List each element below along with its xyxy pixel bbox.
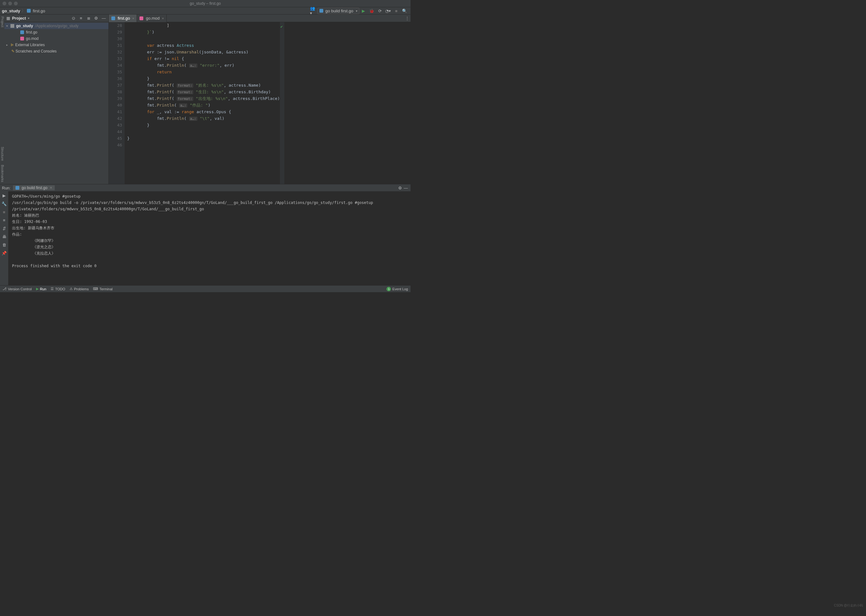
coverage-icon[interactable]: ⟳ [377,8,383,14]
tree-root[interactable]: ▾ go_study /Applications/go/go_study [5,23,108,29]
warning-icon: ⚠ [69,287,73,291]
close-icon[interactable]: × [162,16,164,20]
pin-icon[interactable]: 📌 [1,250,7,256]
run-tool-window: Run: go build first.go × ⚙ — ▶ 🔧 ■ ≡ ⇵ 🖶… [0,184,410,285]
status-vcs[interactable]: ⎇Version Control [3,287,31,291]
tree-file-label: first.go [26,30,37,35]
tool-project-label[interactable]: Project [0,14,5,29]
print-icon[interactable]: 🖶 [1,234,7,239]
search-icon[interactable]: 🔍 [401,8,408,14]
terminal-icon: ⌨ [93,287,98,291]
tab-label: first.go [118,16,130,20]
tree-file-gomod[interactable]: go.mod [5,35,108,42]
project-view-icon: ▦ [6,16,10,20]
go-file-icon [16,186,19,190]
users-icon[interactable]: 👥▾ [310,8,316,14]
project-title[interactable]: Project [12,16,26,20]
code-content[interactable]: ] }`) var actress Actress err := json.Un… [125,22,280,184]
console-output[interactable]: GOPATH=/Users/ming/go #gosetup /usr/loca… [8,191,410,285]
tab-label: go.mod [146,16,159,20]
delete-icon[interactable]: 🗑 [1,242,7,248]
editor-tabs: first.go × go.mod × ⋮ [109,14,410,22]
go-file-icon [319,9,323,13]
window-controls[interactable] [3,2,18,5]
breadcrumb-file[interactable]: first.go [33,9,45,13]
maximize-dot[interactable] [14,2,18,5]
tab-go-mod[interactable]: go.mod × [137,14,167,22]
status-bar: ⎇Version Control ▶Run ☰TODO ⚠Problems ⌨T… [0,285,410,292]
branch-icon: ⎇ [3,287,7,291]
navigation-bar: go_study 〉 first.go 👥▾ go build first.go… [0,7,410,14]
left-toolwindow-bar: Project Structure Bookmarks [0,14,5,184]
tab-first-go[interactable]: first.go × [109,14,137,22]
tree-file-label: go.mod [26,36,39,41]
gear-icon[interactable]: ⚙ [397,185,403,191]
target-icon[interactable]: ⊙ [71,16,76,21]
status-problems[interactable]: ⚠Problems [69,287,88,291]
project-dropdown-icon[interactable]: ▾ [28,16,30,20]
tree-scratches[interactable]: ✎ Scratches and Consoles [5,48,108,54]
run-icon: ▶ [36,287,39,291]
mod-file-icon [140,16,143,20]
inspection-ok-icon[interactable]: ✔ [280,22,284,31]
run-tab-label: go build first.go [22,185,47,190]
stop-icon[interactable]: ■ [1,209,7,215]
hide-icon[interactable]: — [101,16,107,21]
mod-file-icon [20,37,24,41]
tool-structure-label[interactable]: Structure [0,145,5,163]
tree-root-name: go_study [16,24,33,28]
run-config-select[interactable]: go build first.go [317,8,359,14]
expand-icon[interactable]: ≡ [78,16,84,21]
event-badge: 1 [387,287,391,291]
titlebar: go_study – first.go [0,0,410,7]
breadcrumb-sep: 〉 [22,8,26,14]
run-config-label: go build first.go [325,9,353,13]
collapse-icon[interactable]: ≣ [86,16,91,21]
library-icon: ⫸ [11,43,14,47]
profile-icon[interactable]: ◔▾ [385,8,391,14]
folder-icon [11,24,14,28]
run-toolbar: ▶ 🔧 ■ ≡ ⇵ 🖶 🗑 📌 [0,191,8,285]
line-gutter[interactable]: 28293031323334353637383940414243444546 [109,22,125,184]
tree-ext-libs[interactable]: ▸ ⫸ External Libraries [5,42,108,48]
debug-icon[interactable]: 🐞 [368,8,375,14]
tools-icon[interactable]: 🔧 [1,201,7,206]
gear-icon[interactable]: ⚙ [93,16,99,21]
project-tool-window: ▦ Project ▾ ⊙ ≡ ≣ ⚙ — ▾ go_study /Applic… [5,14,109,184]
project-tree[interactable]: ▾ go_study /Applications/go/go_study fir… [5,22,108,184]
window-title: go_study – first.go [190,1,221,6]
close-icon[interactable]: × [50,185,52,190]
tree-file-first[interactable]: first.go [5,29,108,35]
layout-icon[interactable]: ≡ [1,217,7,223]
stop-icon[interactable]: ■ [393,8,399,14]
go-file-icon [20,30,24,34]
chevron-right-icon[interactable]: ▸ [6,43,9,47]
rerun-icon[interactable]: ▶ [1,193,7,198]
todo-icon: ☰ [50,287,54,291]
hide-icon[interactable]: — [403,185,409,191]
run-tab[interactable]: go build first.go × [13,185,54,190]
status-terminal[interactable]: ⌨Terminal [93,287,113,291]
run-icon[interactable]: ▶ [360,8,366,14]
editor-area: first.go × go.mod × ⋮ 282930313233343536… [109,14,410,184]
status-todo[interactable]: ☰TODO [50,287,65,291]
scratches-label: Scratches and Consoles [16,49,57,53]
status-run[interactable]: ▶Run [36,287,46,291]
tool-bookmarks-label[interactable]: Bookmarks [0,163,5,184]
chevron-down-icon[interactable]: ▾ [6,24,9,28]
tree-root-path: /Applications/go/go_study [35,24,79,28]
go-file-icon [27,9,31,13]
minimize-dot[interactable] [8,2,12,5]
go-file-icon [112,16,115,20]
inspection-gutter[interactable]: ✔ [280,22,284,184]
scratch-icon: ✎ [11,49,14,53]
code-editor[interactable]: 28293031323334353637383940414243444546 ]… [109,22,410,184]
run-label: Run: [2,185,11,190]
ext-libs-label: External Libraries [15,43,45,47]
close-icon[interactable]: × [132,16,134,20]
breadcrumb-root[interactable]: go_study [2,9,20,13]
status-event-log[interactable]: 1 Event Log [387,287,408,291]
more-tabs-icon[interactable]: ⋮ [405,16,409,20]
close-dot[interactable] [3,2,6,5]
thread-icon[interactable]: ⇵ [1,225,7,231]
